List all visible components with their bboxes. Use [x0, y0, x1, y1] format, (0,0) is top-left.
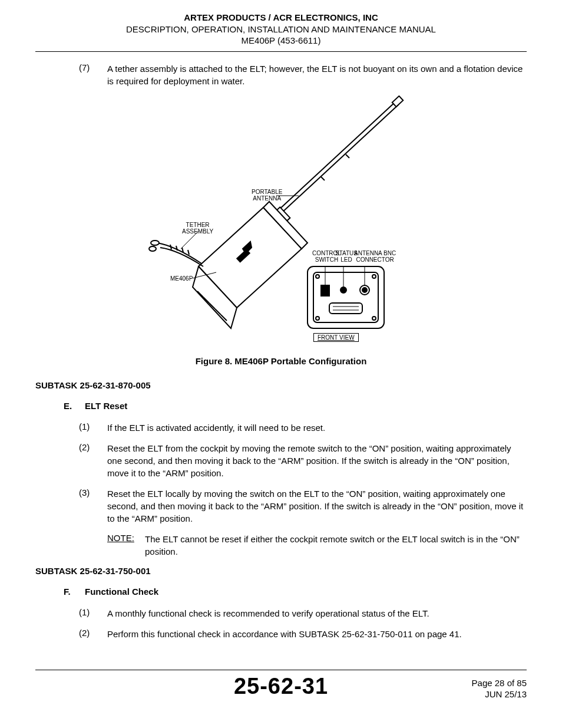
svg-rect-2 [392, 95, 404, 106]
item-text: If the ELT is activated accidently, it w… [107, 421, 527, 434]
item-text: A monthly functional check is recommende… [107, 607, 527, 620]
section-title: ELT Reset [85, 401, 527, 411]
figure-container: PORTABLE ANTENNA TETHER ASSEMBLY ME406P … [35, 95, 527, 349]
svg-point-26 [316, 317, 319, 320]
svg-point-17 [149, 246, 156, 251]
svg-rect-28 [321, 285, 329, 296]
label-me406p: ME406P [170, 275, 193, 282]
svg-point-27 [372, 317, 376, 320]
svg-point-25 [372, 275, 376, 278]
svg-point-24 [316, 275, 319, 278]
svg-line-0 [281, 104, 399, 213]
item-number: (3) [35, 487, 107, 525]
svg-line-3 [321, 177, 325, 180]
footer-date: JUN 25/13 [409, 689, 527, 700]
diagram-me406p-portable: PORTABLE ANTENNA TETHER ASSEMBLY ME406P … [146, 95, 416, 349]
label-antenna-bnc: ANTENNA BNC CONNECTOR [354, 250, 396, 263]
svg-line-21 [188, 250, 189, 255]
svg-point-29 [340, 287, 346, 293]
svg-line-4 [346, 154, 349, 158]
svg-line-19 [176, 246, 177, 251]
svg-rect-32 [329, 303, 362, 314]
svg-line-18 [170, 245, 171, 249]
header-manual-title: DESCRIPTION, OPERATION, INSTALLATION AND… [35, 24, 527, 35]
note-body: The ELT cannot be reset if either the co… [139, 533, 527, 558]
label-portable-antenna: PORTABLE ANTENNA [252, 189, 282, 202]
page-footer: 25-62-31 Page 28 of 85 JUN 25/13 [35, 670, 527, 700]
item-number: (2) [35, 442, 107, 479]
section-letter: E. [35, 401, 85, 411]
item-number: (7) [35, 62, 107, 87]
list-item: (2) Reset the ELT from the cockpit by mo… [35, 442, 527, 479]
section-letter: F. [35, 587, 85, 597]
list-item: (2) Perform this functional check in acc… [35, 628, 527, 640]
list-item: (3) Reset the ELT locally by moving the … [35, 487, 527, 525]
footer-right: Page 28 of 85 JUN 25/13 [409, 674, 527, 700]
subtask-heading: SUBTASK 25-62-31-870-005 [35, 380, 527, 390]
svg-rect-23 [313, 272, 378, 322]
svg-line-1 [278, 101, 396, 210]
footer-code: 25-62-31 [153, 674, 409, 699]
item-number: (1) [35, 607, 107, 620]
document-page: ARTEX PRODUCTS / ACR ELECTRONICS, INC DE… [0, 0, 562, 728]
list-item: (1) If the ELT is activated accidently, … [35, 421, 527, 434]
item-number: (1) [35, 421, 107, 434]
section-heading: E. ELT Reset [35, 401, 527, 411]
label-tether-assembly: TETHER ASSEMBLY [182, 222, 213, 235]
item-text: Reset the ELT locally by moving the swit… [107, 487, 527, 525]
list-item: (7) A tether assembly is attached to the… [35, 62, 527, 87]
subtask-heading: SUBTASK 25-62-31-750-001 [35, 566, 527, 576]
header-model: ME406P (453-6611) [35, 35, 527, 47]
svg-point-16 [151, 241, 159, 245]
section-title: Functional Check [85, 587, 527, 597]
note-label: NOTE: [35, 533, 139, 558]
figure-caption: Figure 8. ME406P Portable Configuration [35, 356, 527, 366]
item-text: Reset the ELT from the cockpit by moving… [107, 442, 527, 479]
note-block: NOTE: The ELT cannot be reset if either … [35, 533, 527, 558]
item-number: (2) [35, 628, 107, 640]
header-company: ARTEX PRODUCTS / ACR ELECTRONICS, INC [35, 12, 527, 24]
page-header: ARTEX PRODUCTS / ACR ELECTRONICS, INC DE… [35, 12, 527, 52]
item-text: Perform this functional check in accorda… [107, 628, 527, 640]
svg-point-31 [362, 288, 367, 292]
footer-page-number: Page 28 of 85 [409, 677, 527, 689]
label-front-view: FRONT VIEW [313, 333, 359, 342]
item-text: A tether assembly is attached to the ELT… [107, 62, 527, 87]
list-item: (1) A monthly functional check is recomm… [35, 607, 527, 620]
section-heading: F. Functional Check [35, 587, 527, 597]
